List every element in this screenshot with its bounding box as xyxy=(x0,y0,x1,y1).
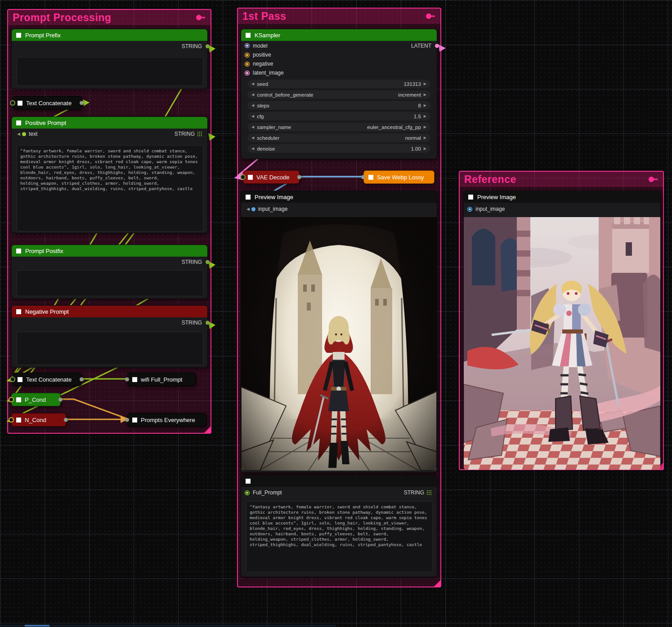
node-ksampler[interactable]: KSampler model LATENT positive negative … xyxy=(241,29,437,159)
postfix-text-field[interactable] xyxy=(17,270,203,296)
group-resize-handle[interactable] xyxy=(434,580,441,587)
group-pin-icon[interactable] xyxy=(648,176,659,182)
negative-text-field[interactable] xyxy=(17,332,203,365)
widget-control-before-generate[interactable]: ◀ control_before_generate increment ▶ xyxy=(247,90,430,99)
input-ring[interactable] xyxy=(10,377,15,382)
output-dot[interactable] xyxy=(58,398,63,402)
node-negative-prompt[interactable]: Negative Prompt STRING xyxy=(11,305,208,368)
increment-arrow-icon[interactable]: ▶ xyxy=(424,93,426,97)
node-save-webp-lossy[interactable]: Save Webp Lossy xyxy=(363,170,435,184)
node-preview-image-reference[interactable]: Preview Image input_image xyxy=(463,191,661,467)
node-preview-image-1[interactable]: Preview Image ◀ input_image xyxy=(241,191,437,473)
collapse-box-icon[interactable] xyxy=(16,120,21,125)
collapse-box-icon[interactable] xyxy=(246,479,251,484)
group-header[interactable]: 1st Pass xyxy=(238,9,440,24)
string-output-dot[interactable] xyxy=(206,321,210,325)
decrement-arrow-icon[interactable]: ◀ xyxy=(251,147,254,151)
node-text-concatenate-1[interactable]: Text Concatenate xyxy=(13,96,82,110)
collapse-box-icon[interactable] xyxy=(16,397,21,402)
string-output-dot[interactable] xyxy=(206,260,210,264)
node-header[interactable]: Negative Prompt xyxy=(12,306,207,317)
node-prompt-postfix[interactable]: Prompt Postfix STRING xyxy=(11,245,208,299)
widget-scheduler[interactable]: ◀ scheduler normal ▶ xyxy=(247,133,430,142)
image-input-dot[interactable] xyxy=(251,207,255,211)
input-ring[interactable] xyxy=(240,174,246,180)
input-dot[interactable] xyxy=(361,175,365,179)
increment-arrow-icon[interactable]: ▶ xyxy=(424,82,426,86)
node-prompt-prefix[interactable]: Prompt Prefix STRING xyxy=(11,29,208,89)
increment-arrow-icon[interactable]: ▶ xyxy=(424,114,426,118)
group-resize-handle[interactable] xyxy=(204,426,211,433)
collapse-box-icon[interactable] xyxy=(246,195,251,200)
output-dot[interactable] xyxy=(80,378,84,382)
scrollbar-thumb[interactable] xyxy=(25,625,49,627)
collapse-box-icon[interactable] xyxy=(16,249,21,253)
widget-cfg[interactable]: ◀ cfg 1.5 ▶ xyxy=(247,112,430,120)
decrement-arrow-icon[interactable]: ◀ xyxy=(251,125,254,129)
widget-steps[interactable]: ◀ steps 8 ▶ xyxy=(247,101,430,110)
decrement-arrow-icon[interactable]: ◀ xyxy=(251,93,254,97)
collapse-box-icon[interactable] xyxy=(132,418,137,422)
node-header[interactable]: KSampler xyxy=(241,29,437,41)
node-prompts-everywhere[interactable]: Prompts Everywhere xyxy=(127,413,206,427)
group-pin-icon[interactable] xyxy=(425,13,436,19)
collapse-box-icon[interactable] xyxy=(468,195,473,200)
input-dot[interactable] xyxy=(125,418,129,422)
collapse-box-icon[interactable] xyxy=(132,377,137,382)
collapse-box-icon[interactable] xyxy=(16,309,21,314)
collapse-box-icon[interactable] xyxy=(18,101,22,106)
negative-input-dot[interactable] xyxy=(245,62,250,67)
positive-input-dot[interactable] xyxy=(245,53,250,58)
increment-arrow-icon[interactable]: ▶ xyxy=(424,103,426,107)
full-prompt-input-dot[interactable] xyxy=(245,490,250,495)
collapse-box-icon[interactable] xyxy=(246,33,251,38)
full-prompt-text-field[interactable]: "fantasy artwork, female warrior, sword … xyxy=(246,501,433,572)
node-canvas[interactable]: Prompt Processing 1st Pass Reference xyxy=(0,0,672,627)
image-input-dot[interactable] xyxy=(467,207,472,212)
collapse-box-icon[interactable] xyxy=(16,418,21,422)
collapse-box-icon[interactable] xyxy=(248,175,253,180)
output-dot[interactable] xyxy=(64,418,68,422)
node-header[interactable]: Preview Image xyxy=(464,191,660,203)
node-full-prompt[interactable]: Full_Prompt STRING "fantasy artwork, fem… xyxy=(241,475,437,577)
input-ring[interactable] xyxy=(10,100,15,106)
widget-sampler-name[interactable]: ◀ sampler_name euler_ancestral_cfg_pp ▶ xyxy=(247,123,430,131)
output-dot[interactable] xyxy=(297,175,301,179)
input-ring[interactable] xyxy=(9,397,14,402)
node-positive-prompt[interactable]: Positive Prompt ◀ text STRING "fantasy a… xyxy=(11,116,208,233)
node-vae-decode[interactable]: VAE Decode xyxy=(243,170,300,184)
group-header[interactable]: Reference xyxy=(460,172,663,187)
widget-denoise[interactable]: ◀ denoise 1.00 ▶ xyxy=(247,144,430,153)
string-output-dot[interactable] xyxy=(206,44,210,49)
increment-arrow-icon[interactable]: ▶ xyxy=(424,136,426,140)
increment-arrow-icon[interactable]: ▶ xyxy=(424,147,426,151)
positive-text-field[interactable]: "fantasy artwork, female warrior, sword … xyxy=(17,145,203,231)
decrement-arrow-icon[interactable]: ◀ xyxy=(251,103,254,107)
node-header[interactable] xyxy=(241,475,437,487)
text-input-dot[interactable] xyxy=(22,132,26,136)
node-header[interactable]: Prompt Postfix xyxy=(12,245,207,257)
latent-output-dot[interactable] xyxy=(435,44,439,48)
model-input-dot[interactable] xyxy=(245,43,250,48)
node-wifi-full-prompt[interactable]: wifi Full_Prompt xyxy=(127,373,196,386)
decrement-arrow-icon[interactable]: ◀ xyxy=(251,114,254,118)
node-text-concatenate-2[interactable]: Text Concatenate xyxy=(13,373,82,386)
node-header[interactable]: Positive Prompt xyxy=(12,117,207,129)
node-p-cond[interactable]: P_Cond xyxy=(11,393,61,406)
node-header[interactable]: Prompt Prefix xyxy=(12,29,207,41)
decrement-arrow-icon[interactable]: ◀ xyxy=(251,136,254,140)
prefix-text-field[interactable] xyxy=(17,57,203,86)
increment-arrow-icon[interactable]: ▶ xyxy=(424,125,426,129)
input-ring[interactable] xyxy=(9,417,14,422)
collapse-box-icon[interactable] xyxy=(368,175,373,180)
input-dot[interactable] xyxy=(125,378,129,382)
output-dot[interactable] xyxy=(80,101,84,105)
node-n-cond[interactable]: N_Cond xyxy=(11,413,66,427)
node-header[interactable]: Preview Image xyxy=(241,191,437,203)
group-pin-icon[interactable] xyxy=(195,14,206,21)
latent-image-input-dot[interactable] xyxy=(245,71,250,76)
widget-seed[interactable]: ◀ seed 131313 ▶ xyxy=(247,80,430,88)
collapse-box-icon[interactable] xyxy=(16,33,21,38)
group-header[interactable]: Prompt Processing xyxy=(8,10,211,25)
collapse-box-icon[interactable] xyxy=(18,377,22,382)
